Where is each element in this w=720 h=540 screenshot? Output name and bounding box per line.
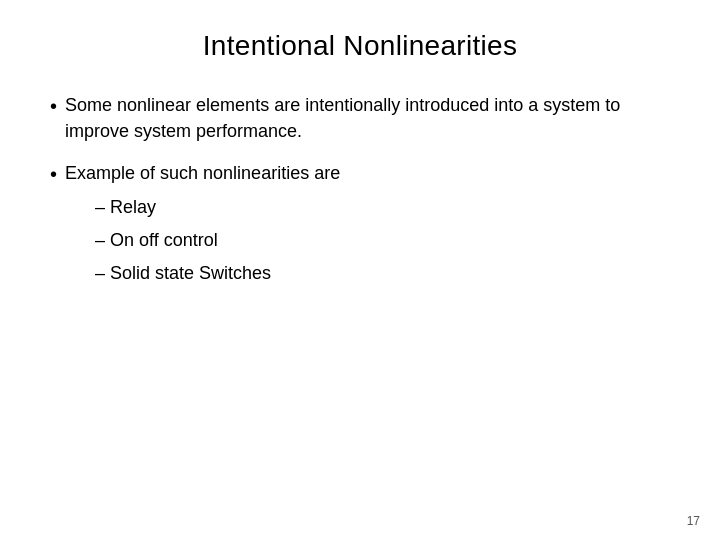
slide-title: Intentional Nonlinearities (50, 30, 670, 62)
bullet-item-1: • Some nonlinear elements are intentiona… (50, 92, 670, 144)
bullet-text-2: Example of such nonlinearities are (65, 163, 340, 183)
slide: Intentional Nonlinearities • Some nonlin… (0, 0, 720, 540)
sub-bullet-text-solid: – Solid state Switches (95, 260, 271, 287)
bullet-text-1: Some nonlinear elements are intentionall… (65, 92, 670, 144)
sub-bullet-onoff: – On off control (95, 227, 670, 254)
bullet-item-2: • Example of such nonlinearities are – R… (50, 160, 670, 287)
sub-bullet-text-relay: – Relay (95, 194, 156, 221)
sub-bullet-text-onoff: – On off control (95, 227, 218, 254)
sub-bullets: – Relay – On off control – Solid state S… (95, 194, 670, 287)
sub-bullet-solid: – Solid state Switches (95, 260, 670, 287)
bullet-dot-2: • (50, 161, 57, 188)
page-number: 17 (687, 514, 700, 528)
slide-content: • Some nonlinear elements are intentiona… (50, 92, 670, 510)
bullet-dot-1: • (50, 93, 57, 120)
sub-bullet-relay: – Relay (95, 194, 670, 221)
